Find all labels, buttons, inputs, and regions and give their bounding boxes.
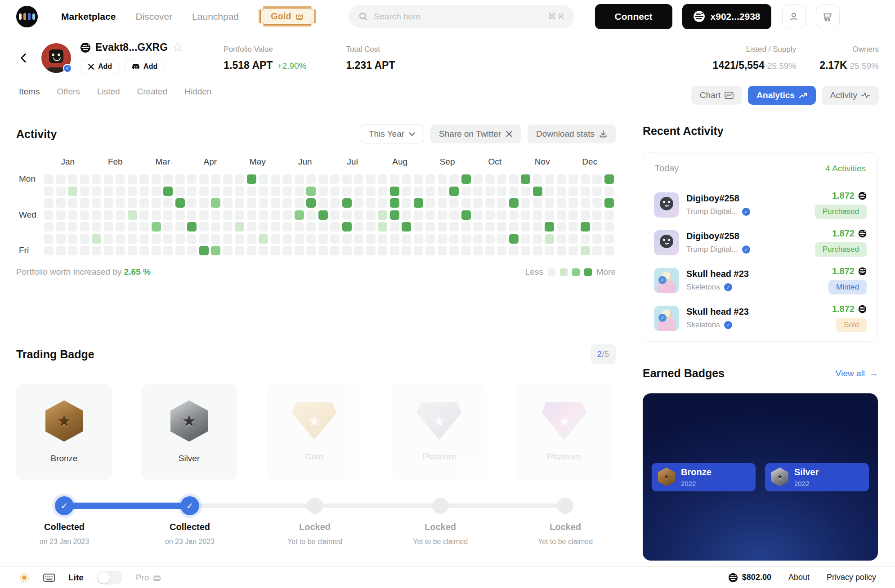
heatmap-cell[interactable] <box>354 210 363 220</box>
badge-card-gold[interactable]: ★ Gold <box>266 384 362 480</box>
heatmap-cell[interactable] <box>282 222 292 232</box>
privacy-link[interactable]: Privacy policy <box>827 573 876 582</box>
heatmap-cell[interactable] <box>235 174 244 184</box>
heatmap-cell[interactable] <box>116 246 125 255</box>
lite-pro-toggle[interactable] <box>97 571 122 584</box>
heatmap-cell[interactable] <box>271 246 280 255</box>
heatmap-cell[interactable] <box>163 210 173 220</box>
heatmap-cell[interactable] <box>461 222 471 232</box>
heatmap-cell[interactable] <box>235 246 244 255</box>
heatmap-cell[interactable] <box>235 222 244 232</box>
heatmap-cell[interactable] <box>581 210 590 220</box>
heatmap-cell[interactable] <box>211 210 220 220</box>
heatmap-cell[interactable] <box>438 234 447 244</box>
heatmap-cell[interactable] <box>56 174 66 184</box>
heatmap-cell[interactable] <box>175 222 185 232</box>
cart-button[interactable] <box>816 4 840 28</box>
heatmap-cell[interactable] <box>68 210 77 220</box>
heatmap-cell[interactable] <box>604 174 614 184</box>
heatmap-cell[interactable] <box>247 174 256 184</box>
heatmap-cell[interactable] <box>295 234 304 244</box>
heatmap-cell[interactable] <box>581 174 590 184</box>
tab-items[interactable]: Items <box>19 87 40 97</box>
heatmap-cell[interactable] <box>485 210 495 220</box>
heatmap-cell[interactable] <box>128 222 137 232</box>
heatmap-cell[interactable] <box>139 187 149 196</box>
activity-item[interactable]: Digiboy#258 Trump Digital... ✓ 1.872 Pur… <box>654 191 867 219</box>
heatmap-cell[interactable] <box>152 222 161 232</box>
heatmap-cell[interactable] <box>604 246 614 255</box>
heatmap-cell[interactable] <box>139 234 149 244</box>
heatmap-cell[interactable] <box>402 222 411 232</box>
heatmap-cell[interactable] <box>473 198 483 208</box>
heatmap-cell[interactable] <box>128 198 137 208</box>
heatmap-cell[interactable] <box>390 210 399 220</box>
heatmap-cell[interactable] <box>247 222 256 232</box>
heatmap-cell[interactable] <box>259 246 268 255</box>
heatmap-cell[interactable] <box>509 246 519 255</box>
heatmap-cell[interactable] <box>354 174 363 184</box>
heatmap-cell[interactable] <box>568 198 578 208</box>
download-stats-button[interactable]: Download stats <box>528 125 616 143</box>
heatmap-cell[interactable] <box>247 234 256 244</box>
heatmap-cell[interactable] <box>68 174 77 184</box>
heatmap-cell[interactable] <box>104 222 113 232</box>
heatmap-cell[interactable] <box>557 222 566 232</box>
heatmap-cell[interactable] <box>235 198 244 208</box>
heatmap-cell[interactable] <box>342 222 352 232</box>
heatmap-cell[interactable] <box>533 187 542 196</box>
heatmap-cell[interactable] <box>485 198 495 208</box>
heatmap-cell[interactable] <box>175 246 185 255</box>
heatmap-cell[interactable] <box>425 174 435 184</box>
heatmap-cell[interactable] <box>533 210 542 220</box>
heatmap-cell[interactable] <box>354 246 363 255</box>
heatmap-cell[interactable] <box>282 174 292 184</box>
heatmap-cell[interactable] <box>80 187 90 196</box>
heatmap-cell[interactable] <box>604 234 614 244</box>
heatmap-cell[interactable] <box>187 198 197 208</box>
heatmap-cell[interactable] <box>271 198 280 208</box>
heatmap-cell[interactable] <box>414 234 423 244</box>
heatmap-cell[interactable] <box>521 198 530 208</box>
gold-badge[interactable]: Gold <box>259 6 316 27</box>
activity-view-button[interactable]: Activity <box>822 86 879 105</box>
heatmap-cell[interactable] <box>521 210 530 220</box>
heatmap-cell[interactable] <box>366 222 376 232</box>
heatmap-cell[interactable] <box>330 198 340 208</box>
heatmap-cell[interactable] <box>568 187 578 196</box>
heatmap-cell[interactable] <box>509 198 519 208</box>
wallet-button[interactable]: x902...2938 <box>682 4 771 29</box>
heatmap-cell[interactable] <box>199 187 209 196</box>
heatmap-cell[interactable] <box>56 222 66 232</box>
search-bar[interactable]: ⌘ K <box>349 5 574 28</box>
heatmap-cell[interactable] <box>414 246 423 255</box>
heatmap-cell[interactable] <box>378 234 387 244</box>
heatmap-cell[interactable] <box>282 198 292 208</box>
heatmap-cell[interactable] <box>44 187 54 196</box>
heatmap-cell[interactable] <box>533 198 542 208</box>
heatmap-cell[interactable] <box>139 246 149 255</box>
activity-item[interactable]: ✓ Skull head #23 Skeletons ✓ 1.872 Sold <box>654 304 867 332</box>
heatmap-cell[interactable] <box>366 210 376 220</box>
heatmap-cell[interactable] <box>521 246 530 255</box>
range-select[interactable]: This Year <box>360 125 424 143</box>
heatmap-cell[interactable] <box>425 187 435 196</box>
heatmap-cell[interactable] <box>568 234 578 244</box>
heatmap-cell[interactable] <box>92 187 101 196</box>
heatmap-cell[interactable] <box>533 222 542 232</box>
heatmap-cell[interactable] <box>461 246 471 255</box>
heatmap-cell[interactable] <box>449 198 459 208</box>
heatmap-cell[interactable] <box>425 234 435 244</box>
heatmap-cell[interactable] <box>438 210 447 220</box>
heatmap-cell[interactable] <box>330 234 340 244</box>
heatmap-cell[interactable] <box>44 234 54 244</box>
heatmap-cell[interactable] <box>80 246 90 255</box>
heatmap-cell[interactable] <box>557 198 566 208</box>
heatmap-cell[interactable] <box>557 246 566 255</box>
heatmap-cell[interactable] <box>604 222 614 232</box>
heatmap-cell[interactable] <box>354 234 363 244</box>
heatmap-cell[interactable] <box>259 222 268 232</box>
heatmap-cell[interactable] <box>473 174 483 184</box>
heatmap-cell[interactable] <box>592 187 602 196</box>
heatmap-cell[interactable] <box>116 234 125 244</box>
